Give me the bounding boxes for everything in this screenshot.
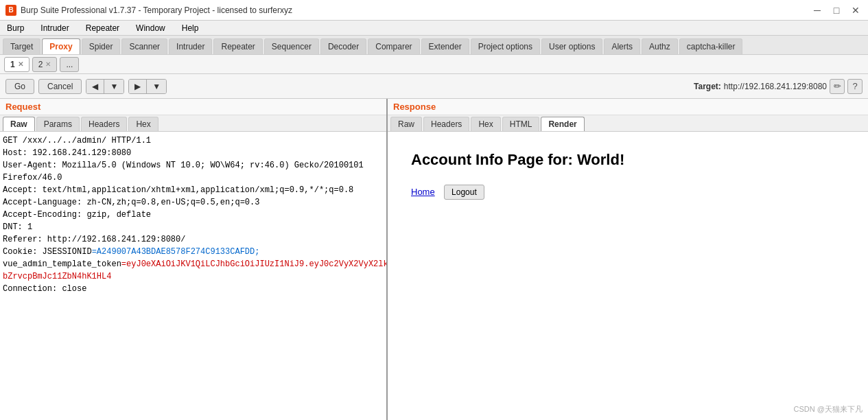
tab-intruder[interactable]: Intruder	[169, 38, 212, 54]
close-button[interactable]: ✕	[849, 3, 863, 17]
title-text: Burp Suite Professional v1.7.37 - Tempor…	[21, 5, 292, 15]
sub-tab-2[interactable]: 2 ✕	[32, 57, 58, 72]
title-controls: ─ □ ✕	[810, 3, 863, 17]
request-tab-headers[interactable]: Headers	[81, 117, 127, 131]
request-line-6: Accept-Language: zh-CN,zh;q=0.8,en-US;q=…	[3, 196, 384, 209]
menu-item-window[interactable]: Window	[132, 22, 169, 34]
watermark: CSDN @天猫来下凡	[794, 404, 863, 415]
tab-captcha-killer[interactable]: captcha-killer	[679, 38, 743, 54]
target-url: http://192.168.241.129:8080	[724, 82, 827, 91]
go-button[interactable]: Go	[5, 79, 34, 94]
request-tab-params[interactable]: Params	[36, 117, 80, 131]
toolbar: Go Cancel ◀ ▼ ▶ ▼ Target: http://192.168…	[0, 74, 868, 99]
response-tab-html[interactable]: HTML	[502, 117, 540, 131]
prev-dropdown-button[interactable]: ▼	[104, 80, 124, 93]
title-bar-left: B Burp Suite Professional v1.7.37 - Temp…	[5, 5, 292, 16]
menu-item-repeater[interactable]: Repeater	[82, 22, 124, 34]
tab-alerts[interactable]: Alerts	[604, 38, 640, 54]
request-panel: Request Raw Params Headers Hex GET /xxx/…	[0, 99, 388, 420]
menu-bar: Burp Intruder Repeater Window Help	[0, 21, 868, 36]
tab-project-options[interactable]: Project options	[471, 38, 540, 54]
response-tab-raw[interactable]: Raw	[390, 117, 422, 131]
menu-item-burp[interactable]: Burp	[3, 22, 28, 34]
request-panel-title: Request	[0, 99, 386, 115]
home-link[interactable]: Home	[411, 187, 435, 197]
minimize-button[interactable]: ─	[810, 3, 824, 17]
next-button[interactable]: ▶	[129, 80, 146, 93]
tab-proxy[interactable]: Proxy	[42, 38, 80, 54]
sub-tab-1[interactable]: 1 ✕	[4, 57, 30, 72]
cookie-val: =A249007A43BDAE8578F274C9133CAFDD;	[92, 247, 260, 257]
response-panel: Response Raw Headers Hex HTML Render Acc…	[388, 99, 868, 420]
logout-button[interactable]: Logout	[444, 185, 484, 200]
request-line-8: DNT: 1	[3, 221, 384, 233]
tab-extender[interactable]: Extender	[421, 38, 469, 54]
request-line-12: Connection: close	[3, 283, 384, 295]
sub-tab-more[interactable]: ...	[60, 57, 79, 72]
request-token-line: vue_admin_template_token=eyJ0eXAiOiJKV1Q…	[3, 258, 384, 283]
sub-tab-more-label: ...	[66, 60, 73, 69]
request-cookie-line: Cookie: JSESSIONID=A249007A43BDAE8578F27…	[3, 246, 384, 258]
prev-nav-group: ◀ ▼	[86, 79, 124, 94]
tab-authz[interactable]: Authz	[642, 38, 678, 54]
sub-tab-2-close[interactable]: ✕	[45, 60, 51, 68]
edit-target-button[interactable]: ✏	[830, 79, 845, 94]
response-content: Account Info Page for: World! Home Logou…	[388, 132, 868, 420]
sub-tab-1-label: 1	[10, 60, 15, 69]
maximize-button[interactable]: □	[830, 3, 843, 17]
sub-tab-bar: 1 ✕ 2 ✕ ...	[0, 55, 868, 74]
cookie-label: Cookie:	[3, 247, 43, 257]
help-button[interactable]: ?	[847, 79, 863, 94]
response-tab-hex[interactable]: Hex	[471, 117, 500, 131]
menu-item-intruder[interactable]: Intruder	[36, 22, 73, 34]
token-key: vue_admin_template_token	[3, 259, 121, 269]
request-tab-hex[interactable]: Hex	[128, 117, 158, 131]
next-dropdown-button[interactable]: ▼	[147, 80, 166, 93]
response-heading: Account Info Page for: World!	[411, 148, 845, 171]
target-info: Target: http://192.168.241.129:8080 ✏ ?	[694, 79, 863, 94]
tab-decoder[interactable]: Decoder	[320, 38, 366, 54]
request-line-2: Host: 192.168.241.129:8080	[3, 147, 384, 159]
next-nav-group: ▶ ▼	[128, 79, 167, 94]
content-area: Request Raw Params Headers Hex GET /xxx/…	[0, 99, 868, 420]
tab-spider[interactable]: Spider	[82, 38, 121, 54]
request-line-1: GET /xxx/../../admin/ HTTP/1.1	[3, 135, 384, 147]
tab-sequencer[interactable]: Sequencer	[264, 38, 319, 54]
request-line-4: Firefox/46.0	[3, 172, 384, 184]
response-panel-title: Response	[388, 99, 868, 115]
main-tab-bar: Target Proxy Spider Scanner Intruder Rep…	[0, 36, 868, 55]
prev-button[interactable]: ◀	[86, 80, 104, 93]
target-label: Target:	[694, 82, 721, 91]
response-html-content: Account Info Page for: World! Home Logou…	[390, 135, 865, 213]
request-panel-tabs: Raw Params Headers Hex	[0, 115, 386, 132]
response-tab-headers[interactable]: Headers	[423, 117, 469, 131]
cancel-button[interactable]: Cancel	[38, 79, 82, 94]
tab-comparer[interactable]: Comparer	[368, 38, 419, 54]
request-line-9: Referer: http://192.168.241.129:8080/	[3, 233, 384, 246]
tab-user-options[interactable]: User options	[541, 38, 602, 54]
response-tab-render[interactable]: Render	[541, 117, 584, 131]
request-line-3: User-Agent: Mozilla/5.0 (Windows NT 10.0…	[3, 159, 384, 172]
response-nav: Home Logout	[411, 185, 845, 200]
title-bar: B Burp Suite Professional v1.7.37 - Temp…	[0, 0, 868, 21]
tab-scanner[interactable]: Scanner	[121, 38, 167, 54]
menu-item-help[interactable]: Help	[178, 22, 203, 34]
response-panel-tabs: Raw Headers Hex HTML Render	[388, 115, 868, 132]
request-content[interactable]: GET /xxx/../../admin/ HTTP/1.1 Host: 192…	[0, 132, 386, 420]
request-line-7: Accept-Encoding: gzip, deflate	[3, 209, 384, 221]
app-icon: B	[5, 5, 16, 16]
cookie-key: JSESSIONID	[43, 247, 92, 257]
request-line-5: Accept: text/html,application/xhtml+xml,…	[3, 184, 384, 196]
tab-repeater[interactable]: Repeater	[213, 38, 262, 54]
sub-tab-2-label: 2	[38, 60, 43, 69]
request-tab-raw[interactable]: Raw	[3, 117, 35, 131]
sub-tab-1-close[interactable]: ✕	[18, 60, 23, 68]
tab-target[interactable]: Target	[3, 38, 40, 54]
